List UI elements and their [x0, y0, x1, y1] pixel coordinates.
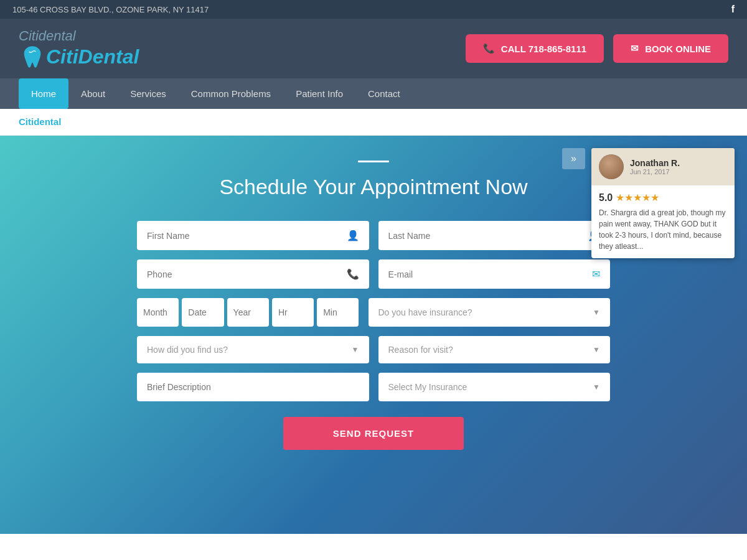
- hr-input[interactable]: [278, 307, 308, 317]
- select-insurance-select[interactable]: Select My Insurance Delta Dental MetLife: [388, 382, 587, 392]
- year-input[interactable]: [233, 307, 263, 317]
- select-insurance-field: Select My Insurance Delta Dental MetLife…: [378, 373, 611, 401]
- phone-icon: 📞: [483, 43, 495, 54]
- reviewer-name: Jonathan R.: [630, 158, 680, 168]
- reason-select[interactable]: Reason for visit? Cleaning Emergency: [388, 345, 587, 355]
- call-label: CALL 718-865-8111: [501, 44, 586, 54]
- logo-tooth-icon: [20, 44, 45, 69]
- nav: Home About Services Common Problems Pati…: [0, 78, 747, 109]
- find-reason-row: How did you find us? Google Referral ▼ R…: [137, 336, 610, 363]
- facebook-icon[interactable]: f: [731, 4, 735, 15]
- envelope-icon: ✉: [631, 43, 639, 54]
- chevron-down-icon-3: ▼: [593, 345, 600, 354]
- min-field: [317, 298, 359, 327]
- nav-item-home[interactable]: Home: [19, 78, 68, 109]
- nav-item-about[interactable]: About: [68, 78, 118, 109]
- reason-field: Reason for visit? Cleaning Emergency ▼: [378, 336, 611, 363]
- review-rating: 5.0 ★★★★★: [599, 192, 727, 203]
- first-name-input[interactable]: [147, 231, 341, 241]
- last-name-input[interactable]: [388, 231, 582, 241]
- call-button[interactable]: 📞 CALL 718-865-8111: [466, 34, 604, 63]
- date-input[interactable]: [188, 307, 217, 317]
- month-field: [137, 298, 179, 327]
- phone-input[interactable]: [147, 269, 341, 279]
- logo-top-text: Citidental: [19, 28, 76, 44]
- chevron-down-icon-2: ▼: [352, 345, 359, 354]
- reviewer-info: Jonathan R. Jun 21, 2017: [630, 158, 680, 175]
- logo-area: Citidental CitiDental: [19, 28, 139, 69]
- book-button[interactable]: ✉ BOOK ONLINE: [613, 34, 728, 63]
- year-field: [227, 298, 269, 327]
- date-field: [182, 298, 223, 327]
- phone-icon: 📞: [347, 268, 359, 280]
- breadcrumb-bar: Citidental: [0, 109, 747, 136]
- nav-item-patient-info[interactable]: Patient Info: [283, 78, 355, 109]
- nav-item-contact[interactable]: Contact: [355, 78, 413, 109]
- send-request-button[interactable]: SEND REQUEST: [283, 417, 464, 450]
- how-find-select[interactable]: How did you find us? Google Referral: [147, 345, 345, 355]
- month-input[interactable]: [143, 307, 172, 317]
- appointment-form: Schedule Your Appointment Now 👤 👤 📞 ✉: [137, 161, 610, 450]
- review-header: Jonathan R. Jun 21, 2017: [591, 148, 735, 185]
- section-title: Schedule Your Appointment Now: [137, 175, 610, 199]
- chevron-down-icon: ▼: [593, 308, 600, 317]
- nav-item-services[interactable]: Services: [118, 78, 179, 109]
- review-date: Jun 21, 2017: [630, 168, 680, 175]
- logo-main-text: CitiDental: [46, 45, 139, 68]
- email-input[interactable]: [388, 269, 586, 279]
- user-icon: 👤: [347, 230, 359, 241]
- review-card: Jonathan R. Jun 21, 2017 5.0 ★★★★★ Dr. S…: [591, 148, 735, 258]
- brief-description-field: [137, 373, 369, 401]
- nav-item-common-problems[interactable]: Common Problems: [179, 78, 283, 109]
- insurance-select[interactable]: Do you have insurance? Yes No: [378, 307, 587, 317]
- insurance-select-field: Do you have insurance? Yes No ▼: [369, 298, 611, 327]
- chevron-down-icon-4: ▼: [593, 383, 600, 391]
- datetime-row: Do you have insurance? Yes No ▼: [137, 298, 610, 327]
- breadcrumb: Citidental: [19, 116, 61, 127]
- address-text: 105-46 CROSS BAY BLVD., OZONE PARK, NY 1…: [12, 5, 209, 14]
- name-row: 👤 👤: [137, 221, 610, 250]
- min-input[interactable]: [323, 307, 352, 317]
- section-divider: [358, 161, 389, 162]
- review-text: Dr. Shargra did a great job, though my p…: [599, 207, 727, 252]
- reviewer-avatar: [599, 154, 624, 179]
- main-section: » Jonathan R. Jun 21, 2017 5.0 ★★★★★ Dr.…: [0, 136, 747, 534]
- book-label: BOOK ONLINE: [645, 44, 711, 54]
- description-row: Select My Insurance Delta Dental MetLife…: [137, 373, 610, 401]
- logo-main: CitiDental: [19, 44, 139, 69]
- email-icon: ✉: [592, 268, 600, 280]
- header: Citidental CitiDental 📞 CALL 718-865-811…: [0, 19, 747, 78]
- header-buttons: 📞 CALL 718-865-8111 ✉ BOOK ONLINE: [466, 34, 728, 63]
- brief-description-input[interactable]: [147, 382, 359, 392]
- last-name-field: 👤: [378, 221, 611, 250]
- email-field: ✉: [378, 259, 611, 289]
- review-nav-button[interactable]: »: [562, 148, 585, 169]
- how-find-field: How did you find us? Google Referral ▼: [137, 336, 369, 363]
- rating-number: 5.0: [599, 192, 613, 203]
- first-name-field: 👤: [137, 221, 369, 250]
- hr-field: [272, 298, 314, 327]
- rating-stars: ★★★★★: [616, 192, 659, 203]
- contact-row: 📞 ✉: [137, 259, 610, 289]
- review-body: 5.0 ★★★★★ Dr. Shargra did a great job, t…: [591, 185, 735, 258]
- date-group: [137, 298, 359, 327]
- phone-field: 📞: [137, 259, 369, 289]
- top-bar: 105-46 CROSS BAY BLVD., OZONE PARK, NY 1…: [0, 0, 747, 19]
